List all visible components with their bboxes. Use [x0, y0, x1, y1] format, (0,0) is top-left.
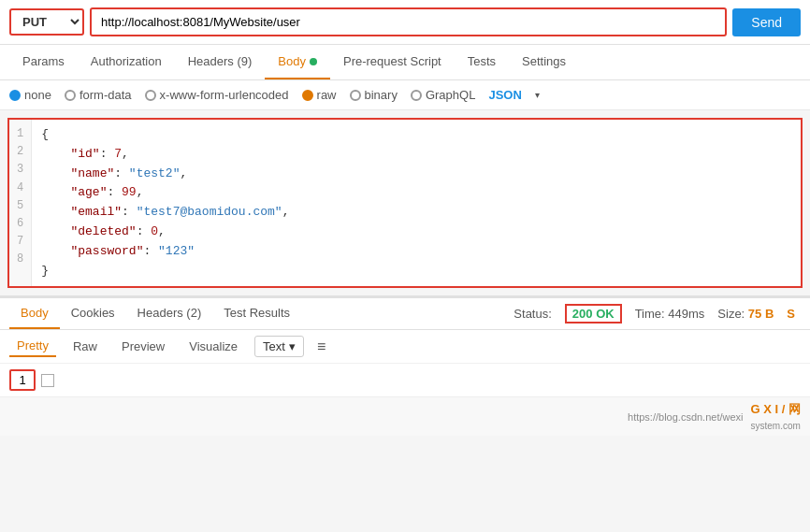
fmt-pretty[interactable]: Pretty: [9, 336, 56, 357]
json-label[interactable]: JSON: [488, 88, 521, 102]
tab-headers[interactable]: Headers (9): [175, 45, 266, 79]
option-binary-label: binary: [365, 88, 398, 102]
line-numbers: 12345678: [9, 120, 32, 286]
watermark-logo: G X I / 网system.com: [751, 401, 801, 432]
resp-tab-headers[interactable]: Headers (2): [126, 298, 213, 329]
line-number-input[interactable]: [9, 369, 36, 391]
option-urlencoded[interactable]: x-www-form-urlencoded: [145, 88, 289, 102]
status-value: 200 OK: [565, 304, 622, 324]
code-editor: 12345678 { "id": 7, "name": "test2", "ag…: [7, 118, 803, 288]
tab-settings[interactable]: Settings: [509, 45, 579, 79]
method-select[interactable]: PUT: [9, 8, 84, 36]
fmt-preview[interactable]: Preview: [114, 337, 172, 356]
option-form-data-label: form-data: [80, 88, 132, 102]
url-input[interactable]: [90, 7, 727, 36]
watermark-url: https://blog.csdn.net/wexi: [628, 411, 744, 423]
radio-urlencoded: [145, 90, 156, 101]
resp-tab-cookies[interactable]: Cookies: [60, 298, 126, 329]
time-value: 449ms: [668, 307, 704, 321]
watermark-area: https://blog.csdn.net/wexi G X I / 网syst…: [0, 396, 810, 436]
json-dropdown-arrow[interactable]: ▾: [535, 90, 540, 100]
wrap-icon[interactable]: ≡: [317, 338, 325, 355]
code-content[interactable]: { "id": 7, "name": "test2", "age": 99, "…: [32, 120, 298, 286]
body-active-dot: [310, 58, 317, 65]
send-button[interactable]: Send: [732, 8, 801, 36]
radio-binary: [350, 90, 361, 101]
option-urlencoded-label: x-www-form-urlencoded: [160, 88, 289, 102]
fmt-raw[interactable]: Raw: [65, 337, 105, 356]
tab-tests[interactable]: Tests: [455, 45, 509, 79]
tab-params[interactable]: Params: [9, 45, 78, 79]
size-value: 75 B: [748, 307, 774, 321]
option-graphql-label: GraphQL: [426, 88, 475, 102]
line-checkbox[interactable]: [41, 374, 54, 387]
option-graphql[interactable]: GraphQL: [411, 88, 475, 102]
option-binary[interactable]: binary: [350, 88, 398, 102]
radio-none: [9, 90, 21, 101]
body-options-row: none form-data x-www-form-urlencoded raw…: [0, 80, 810, 110]
option-form-data[interactable]: form-data: [65, 88, 132, 102]
request-tabs-row: Params Authorization Headers (9) Body Pr…: [0, 45, 810, 80]
response-format-row: Pretty Raw Preview Visualize Text ▾ ≡: [0, 330, 810, 364]
status-label: Status:: [513, 307, 551, 321]
text-dropdown[interactable]: Text ▾: [254, 336, 304, 357]
top-bar: PUT Send: [0, 0, 810, 45]
option-raw[interactable]: raw: [302, 88, 337, 102]
text-dropdown-label: Text: [263, 339, 285, 353]
time-label: Time: 449ms: [635, 307, 705, 321]
resp-tab-test-results[interactable]: Test Results: [212, 298, 301, 329]
option-none[interactable]: none: [9, 88, 51, 102]
tab-pre-request[interactable]: Pre-request Script: [330, 45, 455, 79]
tab-body[interactable]: Body: [265, 45, 330, 79]
radio-graphql: [411, 90, 422, 101]
response-panel: Body Cookies Headers (2) Test Results St…: [0, 295, 810, 396]
size-label: Size: 75 B: [717, 307, 774, 321]
fmt-visualize[interactable]: Visualize: [181, 337, 245, 356]
line-input-row: [0, 364, 810, 396]
radio-form-data: [65, 90, 76, 101]
radio-raw: [302, 90, 313, 101]
option-raw-label: raw: [317, 88, 337, 102]
status-area: Status: 200 OK Time: 449ms Size: 75 B S: [513, 304, 801, 324]
tab-authorization[interactable]: Authorization: [78, 45, 175, 79]
resp-tab-body[interactable]: Body: [9, 298, 60, 329]
option-none-label: none: [24, 88, 51, 102]
text-dropdown-arrow: ▾: [289, 339, 296, 353]
response-tabs-row: Body Cookies Headers (2) Test Results St…: [0, 298, 810, 330]
s-label: S: [787, 307, 795, 321]
